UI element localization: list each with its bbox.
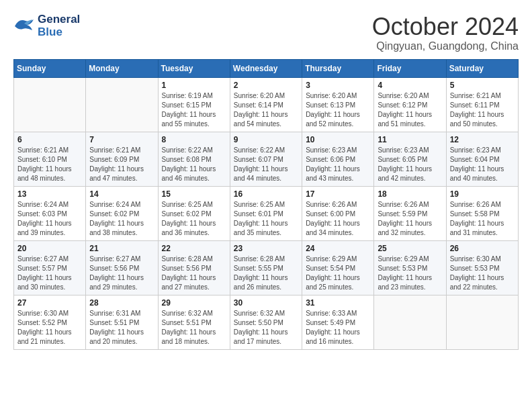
day-info: Sunrise: 6:30 AM Sunset: 5:53 PM Dayligh… xyxy=(450,255,515,292)
day-info: Sunrise: 6:20 AM Sunset: 6:13 PM Dayligh… xyxy=(306,91,370,129)
day-info: Sunrise: 6:22 AM Sunset: 6:08 PM Dayligh… xyxy=(162,146,226,183)
calendar-table: SundayMondayTuesdayWednesdayThursdayFrid… xyxy=(13,59,519,350)
calendar-cell: 10Sunrise: 6:23 AM Sunset: 6:06 PM Dayli… xyxy=(302,132,374,186)
calendar-cell xyxy=(374,295,446,349)
day-info: Sunrise: 6:27 AM Sunset: 5:56 PM Dayligh… xyxy=(89,255,154,292)
day-info: Sunrise: 6:26 AM Sunset: 5:58 PM Dayligh… xyxy=(450,200,515,238)
location: Qingyuan, Guangdong, China xyxy=(372,40,519,52)
calendar-cell: 1Sunrise: 6:19 AM Sunset: 6:15 PM Daylig… xyxy=(158,77,230,132)
calendar-cell: 11Sunrise: 6:23 AM Sunset: 6:05 PM Dayli… xyxy=(374,132,446,186)
calendar-cell xyxy=(14,77,86,132)
day-number: 12 xyxy=(450,135,515,144)
calendar-cell: 29Sunrise: 6:32 AM Sunset: 5:51 PM Dayli… xyxy=(158,295,230,349)
calendar-cell: 6Sunrise: 6:21 AM Sunset: 6:10 PM Daylig… xyxy=(14,132,86,186)
day-number: 18 xyxy=(378,189,442,199)
day-number: 2 xyxy=(234,81,298,90)
calendar-cell: 9Sunrise: 6:22 AM Sunset: 6:07 PM Daylig… xyxy=(230,132,302,186)
day-header-wednesday: Wednesday xyxy=(230,59,302,77)
week-row-3: 13Sunrise: 6:24 AM Sunset: 6:03 PM Dayli… xyxy=(14,186,519,240)
day-number: 31 xyxy=(306,298,370,308)
calendar-cell: 5Sunrise: 6:21 AM Sunset: 6:11 PM Daylig… xyxy=(446,77,518,132)
calendar-cell: 13Sunrise: 6:24 AM Sunset: 6:03 PM Dayli… xyxy=(14,186,86,240)
day-number: 1 xyxy=(162,81,226,90)
calendar-cell: 31Sunrise: 6:33 AM Sunset: 5:49 PM Dayli… xyxy=(302,295,374,349)
day-number: 6 xyxy=(17,135,82,144)
day-number: 28 xyxy=(89,298,154,308)
day-header-saturday: Saturday xyxy=(446,59,518,77)
day-header-sunday: Sunday xyxy=(14,59,86,77)
calendar-cell: 18Sunrise: 6:26 AM Sunset: 5:59 PM Dayli… xyxy=(374,186,446,240)
calendar-cell: 28Sunrise: 6:31 AM Sunset: 5:51 PM Dayli… xyxy=(86,295,158,349)
day-info: Sunrise: 6:20 AM Sunset: 6:12 PM Dayligh… xyxy=(378,91,442,129)
day-number: 24 xyxy=(306,244,370,253)
day-info: Sunrise: 6:29 AM Sunset: 5:53 PM Dayligh… xyxy=(378,255,442,292)
calendar-cell: 24Sunrise: 6:29 AM Sunset: 5:54 PM Dayli… xyxy=(302,240,374,295)
day-number: 22 xyxy=(162,244,226,253)
day-info: Sunrise: 6:32 AM Sunset: 5:51 PM Dayligh… xyxy=(162,309,226,347)
day-number: 29 xyxy=(162,298,226,308)
title-block: October 2024 Qingyuan, Guangdong, China xyxy=(372,13,519,52)
page-header: General Blue October 2024 Qingyuan, Guan… xyxy=(13,13,519,52)
calendar-cell: 16Sunrise: 6:25 AM Sunset: 6:01 PM Dayli… xyxy=(230,186,302,240)
day-number: 19 xyxy=(450,189,515,199)
calendar-cell: 8Sunrise: 6:22 AM Sunset: 6:08 PM Daylig… xyxy=(158,132,230,186)
day-header-thursday: Thursday xyxy=(302,59,374,77)
day-info: Sunrise: 6:23 AM Sunset: 6:04 PM Dayligh… xyxy=(450,146,515,183)
calendar-cell: 12Sunrise: 6:23 AM Sunset: 6:04 PM Dayli… xyxy=(446,132,518,186)
day-number: 16 xyxy=(234,189,298,199)
day-info: Sunrise: 6:22 AM Sunset: 6:07 PM Dayligh… xyxy=(234,146,298,183)
day-info: Sunrise: 6:26 AM Sunset: 5:59 PM Dayligh… xyxy=(378,200,442,238)
day-info: Sunrise: 6:21 AM Sunset: 6:09 PM Dayligh… xyxy=(89,146,154,183)
calendar-cell: 17Sunrise: 6:26 AM Sunset: 6:00 PM Dayli… xyxy=(302,186,374,240)
calendar-cell: 15Sunrise: 6:25 AM Sunset: 6:02 PM Dayli… xyxy=(158,186,230,240)
week-row-1: 1Sunrise: 6:19 AM Sunset: 6:15 PM Daylig… xyxy=(14,77,519,132)
logo: General Blue xyxy=(13,13,80,38)
day-header-tuesday: Tuesday xyxy=(158,59,230,77)
calendar-cell: 23Sunrise: 6:28 AM Sunset: 5:55 PM Dayli… xyxy=(230,240,302,295)
day-info: Sunrise: 6:28 AM Sunset: 5:55 PM Dayligh… xyxy=(234,255,298,292)
day-info: Sunrise: 6:29 AM Sunset: 5:54 PM Dayligh… xyxy=(306,255,370,292)
calendar-cell: 7Sunrise: 6:21 AM Sunset: 6:09 PM Daylig… xyxy=(86,132,158,186)
day-number: 15 xyxy=(162,189,226,199)
calendar-cell xyxy=(446,295,518,349)
day-info: Sunrise: 6:25 AM Sunset: 6:02 PM Dayligh… xyxy=(162,200,226,238)
day-info: Sunrise: 6:28 AM Sunset: 5:56 PM Dayligh… xyxy=(162,255,226,292)
day-info: Sunrise: 6:23 AM Sunset: 6:05 PM Dayligh… xyxy=(378,146,442,183)
month-title: October 2024 xyxy=(372,13,519,40)
day-info: Sunrise: 6:24 AM Sunset: 6:03 PM Dayligh… xyxy=(17,200,82,238)
day-number: 23 xyxy=(234,244,298,253)
day-header-friday: Friday xyxy=(374,59,446,77)
week-row-5: 27Sunrise: 6:30 AM Sunset: 5:52 PM Dayli… xyxy=(14,295,519,349)
day-number: 25 xyxy=(378,244,442,253)
day-info: Sunrise: 6:20 AM Sunset: 6:14 PM Dayligh… xyxy=(234,91,298,129)
calendar-header: SundayMondayTuesdayWednesdayThursdayFrid… xyxy=(14,59,519,77)
calendar-cell: 3Sunrise: 6:20 AM Sunset: 6:13 PM Daylig… xyxy=(302,77,374,132)
calendar-cell: 14Sunrise: 6:24 AM Sunset: 6:02 PM Dayli… xyxy=(86,186,158,240)
calendar-cell: 30Sunrise: 6:32 AM Sunset: 5:50 PM Dayli… xyxy=(230,295,302,349)
day-number: 11 xyxy=(378,135,442,144)
day-number: 8 xyxy=(162,135,226,144)
day-number: 10 xyxy=(306,135,370,144)
day-number: 9 xyxy=(234,135,298,144)
day-number: 13 xyxy=(17,189,82,199)
calendar-cell: 4Sunrise: 6:20 AM Sunset: 6:12 PM Daylig… xyxy=(374,77,446,132)
calendar-cell: 27Sunrise: 6:30 AM Sunset: 5:52 PM Dayli… xyxy=(14,295,86,349)
day-number: 20 xyxy=(17,244,82,253)
day-number: 7 xyxy=(89,135,154,144)
calendar-cell: 19Sunrise: 6:26 AM Sunset: 5:58 PM Dayli… xyxy=(446,186,518,240)
day-number: 30 xyxy=(234,298,298,308)
day-info: Sunrise: 6:19 AM Sunset: 6:15 PM Dayligh… xyxy=(162,91,226,129)
week-row-4: 20Sunrise: 6:27 AM Sunset: 5:57 PM Dayli… xyxy=(14,240,519,295)
day-number: 17 xyxy=(306,189,370,199)
day-info: Sunrise: 6:27 AM Sunset: 5:57 PM Dayligh… xyxy=(17,255,82,292)
week-row-2: 6Sunrise: 6:21 AM Sunset: 6:10 PM Daylig… xyxy=(14,132,519,186)
day-number: 14 xyxy=(89,189,154,199)
day-info: Sunrise: 6:21 AM Sunset: 6:10 PM Dayligh… xyxy=(17,146,82,183)
day-number: 3 xyxy=(306,81,370,90)
day-info: Sunrise: 6:31 AM Sunset: 5:51 PM Dayligh… xyxy=(89,309,154,347)
calendar-body: 1Sunrise: 6:19 AM Sunset: 6:15 PM Daylig… xyxy=(14,77,519,349)
day-info: Sunrise: 6:23 AM Sunset: 6:06 PM Dayligh… xyxy=(306,146,370,183)
calendar-cell: 21Sunrise: 6:27 AM Sunset: 5:56 PM Dayli… xyxy=(86,240,158,295)
calendar-cell: 26Sunrise: 6:30 AM Sunset: 5:53 PM Dayli… xyxy=(446,240,518,295)
header-row: SundayMondayTuesdayWednesdayThursdayFrid… xyxy=(14,59,519,77)
